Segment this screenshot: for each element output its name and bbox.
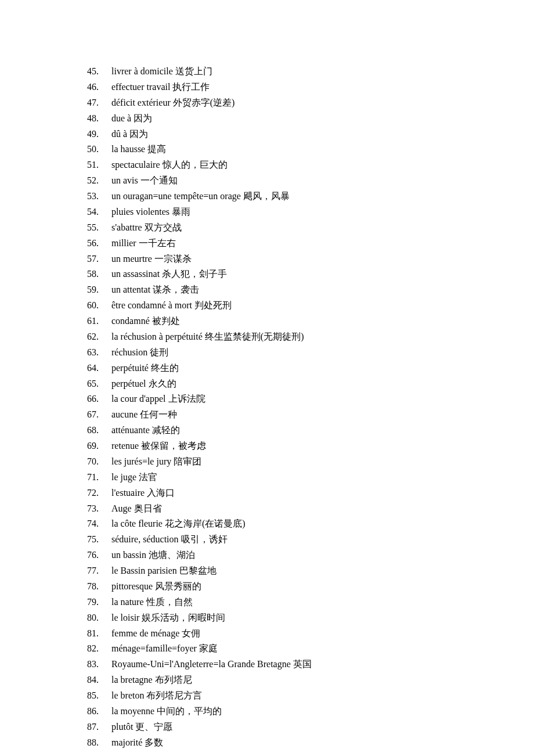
vocab-term: la hausse <box>111 144 145 154</box>
vocab-definition: 一千左右 <box>139 238 176 248</box>
list-item: un avis 一个通知 <box>87 173 499 189</box>
vocab-term: pittoresque <box>111 581 153 591</box>
vocab-term: séduire, séduction <box>111 534 179 544</box>
list-item: le loisir 娱乐活动，闲暇时间 <box>87 610 499 626</box>
vocabulary-list: livrer à domicile 送货上门effectuer travail … <box>87 64 499 751</box>
vocab-definition: 杀人犯，刽子手 <box>162 269 227 279</box>
vocab-term: majorité <box>111 737 142 747</box>
list-item: aucune 任何一种 <box>87 407 499 423</box>
list-item: Royaume-Uni=l'Angleterre=la Grande Breta… <box>87 657 499 672</box>
vocab-definition: 性质，自然 <box>146 597 193 607</box>
list-item: un attentat 谋杀，袭击 <box>87 282 499 298</box>
vocab-term: un bassin <box>111 550 146 560</box>
vocab-definition: 娱乐活动，闲暇时间 <box>142 613 225 622</box>
vocab-definition: 被判处 <box>152 316 180 326</box>
vocab-definition: 判处死刑 <box>194 300 232 310</box>
vocab-definition: 外贸赤字(逆差) <box>173 98 235 107</box>
list-item: le breton 布列塔尼方言 <box>87 688 499 704</box>
vocab-term: s'abattre <box>111 222 142 232</box>
vocab-definition: 英国 <box>293 659 312 669</box>
vocab-term: femme de ménage <box>111 628 179 638</box>
vocab-definition: 巴黎盆地 <box>179 566 217 575</box>
vocab-term: due à <box>111 113 131 123</box>
vocab-definition: 一个通知 <box>140 175 178 185</box>
vocab-term: un attentat <box>111 285 150 294</box>
vocab-term: Royaume-Uni=l'Angleterre=la Grande Breta… <box>111 659 291 669</box>
vocab-definition: 提高 <box>147 144 166 154</box>
vocab-definition: 飓风，风暴 <box>243 191 290 201</box>
vocab-definition: 双方交战 <box>145 222 182 232</box>
vocab-definition: 入海口 <box>147 488 175 498</box>
vocab-definition: 一宗谋杀 <box>154 254 192 264</box>
list-item: le Bassin parisien 巴黎盆地 <box>87 563 499 579</box>
vocab-definition: 女佣 <box>182 628 200 638</box>
vocab-term: la cour d'appel <box>111 394 166 404</box>
vocab-definition: 多数 <box>145 737 163 747</box>
vocab-term: effectuer travail <box>111 82 170 92</box>
list-item: l'estuaire 入海口 <box>87 485 499 501</box>
vocab-definition: 惊人的，巨大的 <box>163 160 228 170</box>
list-item: la bretagne 布列塔尼 <box>87 672 499 688</box>
vocab-term: spectaculaire <box>111 160 160 170</box>
vocab-term: les jurés=le jury <box>111 456 171 466</box>
list-item: perpétuel 永久的 <box>87 376 499 392</box>
vocab-definition: 上诉法院 <box>168 394 205 404</box>
list-item: majorité 多数 <box>87 735 499 751</box>
list-item: s'abattre 双方交战 <box>87 220 499 236</box>
list-item: le juge 法官 <box>87 470 499 485</box>
vocab-term: perpétuel <box>111 379 146 388</box>
vocab-definition: 奥日省 <box>134 503 162 513</box>
vocab-definition: 风景秀丽的 <box>155 581 201 591</box>
list-item: femme de ménage 女佣 <box>87 626 499 642</box>
vocab-term: ménage=famille=foyer <box>111 643 197 653</box>
vocab-term: être condamné à mort <box>111 300 192 310</box>
list-item: effectuer travail 执行工作 <box>87 80 499 95</box>
vocab-definition: 送货上门 <box>175 66 212 76</box>
list-item: dû à 因为 <box>87 127 499 142</box>
list-item: la moyenne 中间的，平均的 <box>87 704 499 719</box>
list-item: la réchusion à perpétuité 终生监禁徒刑(无期徒刑) <box>87 329 499 345</box>
vocab-term: la côte fleurie <box>111 519 163 528</box>
vocab-term: plutôt <box>111 722 133 732</box>
vocab-term: perpétuité <box>111 363 149 373</box>
vocab-definition: 陪审团 <box>174 456 201 466</box>
vocab-term: le loisir <box>111 613 139 622</box>
list-item: un bassin 池塘、湖泊 <box>87 548 499 563</box>
vocab-term: retenue <box>111 441 139 451</box>
vocab-definition: 因为 <box>134 113 152 123</box>
list-item: retenue 被保留，被考虑 <box>87 438 499 454</box>
list-item: la nature 性质，自然 <box>87 595 499 610</box>
vocab-definition: 布列塔尼 <box>155 675 192 685</box>
list-item: les jurés=le jury 陪审团 <box>87 454 499 470</box>
list-item: la hausse 提高 <box>87 142 499 157</box>
list-item: la cour d'appel 上诉法院 <box>87 391 499 407</box>
vocab-term: la réchusion à perpétuité <box>111 332 203 341</box>
list-item: un assassinat 杀人犯，刽子手 <box>87 267 499 282</box>
list-item: réchusion 徒刑 <box>87 345 499 361</box>
vocab-term: la nature <box>111 597 144 607</box>
vocab-term: condamné <box>111 316 150 326</box>
vocab-term: déficit extérieur <box>111 98 171 107</box>
vocab-term: pluies violentes <box>111 207 169 217</box>
list-item: condamné 被判处 <box>87 314 499 329</box>
vocab-definition: 任何一种 <box>140 409 177 419</box>
list-item: être condamné à mort 判处死刑 <box>87 298 499 314</box>
vocab-term: la bretagne <box>111 675 153 685</box>
vocab-definition: 谋杀，袭击 <box>153 285 199 294</box>
list-item: séduire, séduction 吸引，诱奸 <box>87 532 499 548</box>
vocab-term: la moyenne <box>111 706 154 716</box>
list-item: pittoresque 风景秀丽的 <box>87 579 499 595</box>
vocab-definition: 徒刑 <box>150 347 168 357</box>
vocab-term: un meurtre <box>111 254 152 264</box>
list-item: Auge 奥日省 <box>87 501 499 517</box>
list-item: pluies violentes 暴雨 <box>87 204 499 220</box>
vocab-term: atténuante <box>111 425 150 435</box>
vocab-definition: 被保留，被考虑 <box>141 441 206 451</box>
vocab-definition: 终生的 <box>151 363 179 373</box>
list-item: millier 一千左右 <box>87 236 499 251</box>
list-item: spectaculaire 惊人的，巨大的 <box>87 157 499 173</box>
vocab-term: Auge <box>111 503 132 513</box>
vocab-definition: 吸引，诱奸 <box>181 534 228 544</box>
vocab-term: un avis <box>111 175 138 185</box>
vocab-definition: 池塘、湖泊 <box>149 550 195 560</box>
